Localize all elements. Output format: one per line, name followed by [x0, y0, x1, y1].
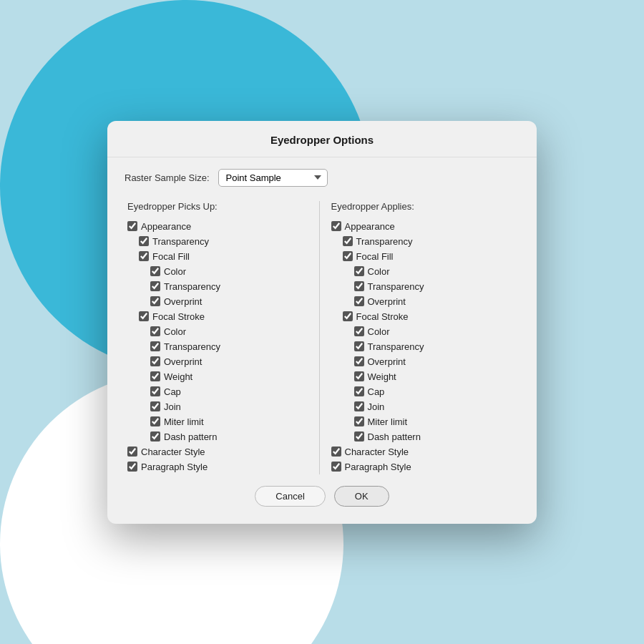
ap-ff-color-checkbox[interactable] — [354, 266, 364, 276]
pu-ff-transparency-checkbox[interactable] — [150, 281, 160, 291]
pu-appearance-item[interactable]: Appearance — [127, 219, 313, 234]
ap-char-style-checkbox[interactable] — [331, 447, 341, 457]
ap-focal-fill-checkbox[interactable] — [343, 251, 353, 261]
pu-fs-weight-checkbox[interactable] — [150, 371, 160, 381]
eyedropper-options-dialog: Eyedropper Options Raster Sample Size: P… — [107, 121, 537, 524]
ap-fs-cap-checkbox[interactable] — [354, 386, 364, 396]
ap-char-style-item[interactable]: Character Style — [331, 444, 517, 459]
ap-para-style-item[interactable]: Paragraph Style — [331, 459, 517, 474]
pu-transparency-item[interactable]: Transparency — [127, 234, 313, 249]
pu-ff-color-checkbox[interactable] — [150, 266, 160, 276]
ap-fs-miter-checkbox[interactable] — [354, 416, 364, 426]
pu-fs-cap-checkbox[interactable] — [150, 386, 160, 396]
pu-fs-transparency-item[interactable]: Transparency — [127, 339, 313, 354]
pu-fs-transparency-label: Transparency — [164, 341, 220, 352]
ap-fs-transparency-label: Transparency — [368, 341, 424, 352]
pu-transparency-label: Transparency — [152, 236, 209, 247]
ap-fs-transparency-checkbox[interactable] — [354, 341, 364, 351]
pu-fs-miter-checkbox[interactable] — [150, 416, 160, 426]
ap-fs-dash-label: Dash pattern — [368, 431, 421, 442]
pu-ff-transparency-item[interactable]: Transparency — [127, 279, 313, 294]
ap-appearance-item[interactable]: Appearance — [331, 219, 517, 234]
ap-fs-color-label: Color — [368, 326, 390, 337]
pu-fs-overprint-checkbox[interactable] — [150, 356, 160, 366]
ap-ff-color-item[interactable]: Color — [331, 264, 517, 279]
ap-fs-cap-item[interactable]: Cap — [331, 384, 517, 399]
ap-focal-fill-label: Focal Fill — [356, 251, 394, 262]
pu-char-style-item[interactable]: Character Style — [127, 444, 313, 459]
ap-focal-stroke-checkbox[interactable] — [343, 311, 353, 321]
raster-sample-row: Raster Sample Size: Point Sample 3 by 3 … — [125, 169, 519, 187]
columns-container: Eyedropper Picks Up: Appearance Transpar… — [125, 201, 519, 474]
ap-fs-color-item[interactable]: Color — [331, 324, 517, 339]
ap-focal-stroke-item[interactable]: Focal Stroke — [331, 309, 517, 324]
pu-fs-miter-label: Miter limit — [164, 416, 204, 427]
ap-fs-overprint-checkbox[interactable] — [354, 356, 364, 366]
pu-fs-overprint-label: Overprint — [164, 356, 202, 367]
pu-focal-stroke-item[interactable]: Focal Stroke — [127, 309, 313, 324]
ok-button[interactable]: OK — [334, 486, 389, 507]
pu-focal-stroke-label: Focal Stroke — [152, 311, 205, 322]
dialog-body: Raster Sample Size: Point Sample 3 by 3 … — [107, 169, 537, 474]
pu-ff-overprint-item[interactable]: Overprint — [127, 294, 313, 309]
pu-para-style-item[interactable]: Paragraph Style — [127, 459, 313, 474]
applies-column: Eyedropper Applies: Appearance Transpare… — [319, 201, 520, 474]
ap-fs-join-checkbox[interactable] — [354, 401, 364, 411]
pu-para-style-checkbox[interactable] — [127, 462, 137, 472]
ap-fs-overprint-item[interactable]: Overprint — [331, 354, 517, 369]
ap-focal-fill-item[interactable]: Focal Fill — [331, 249, 517, 264]
ap-ff-overprint-item[interactable]: Overprint — [331, 294, 517, 309]
applies-list: Appearance Transparency Focal Fill — [331, 219, 517, 474]
ap-transparency-label: Transparency — [356, 236, 413, 247]
ap-fs-join-label: Join — [368, 401, 385, 412]
pu-fs-join-checkbox[interactable] — [150, 401, 160, 411]
pu-fs-color-item[interactable]: Color — [127, 324, 313, 339]
pu-transparency-checkbox[interactable] — [139, 236, 149, 246]
ap-fs-color-checkbox[interactable] — [354, 326, 364, 336]
ap-fs-cap-label: Cap — [368, 386, 385, 397]
ap-transparency-item[interactable]: Transparency — [331, 234, 517, 249]
pu-fs-weight-item[interactable]: Weight — [127, 369, 313, 384]
ap-ff-overprint-checkbox[interactable] — [354, 296, 364, 306]
pu-fs-miter-item[interactable]: Miter limit — [127, 414, 313, 429]
cancel-button[interactable]: Cancel — [255, 486, 325, 507]
pu-fs-overprint-item[interactable]: Overprint — [127, 354, 313, 369]
pu-fs-join-item[interactable]: Join — [127, 399, 313, 414]
pu-fs-dash-checkbox[interactable] — [150, 431, 160, 441]
raster-sample-select[interactable]: Point Sample 3 by 3 Average 5 by 5 Avera… — [218, 169, 328, 187]
dialog-titlebar: Eyedropper Options — [107, 121, 537, 157]
picks-up-column: Eyedropper Picks Up: Appearance Transpar… — [125, 201, 316, 474]
ap-fs-miter-item[interactable]: Miter limit — [331, 414, 517, 429]
ap-appearance-checkbox[interactable] — [331, 221, 341, 231]
pu-appearance-checkbox[interactable] — [127, 221, 137, 231]
pu-focal-stroke-checkbox[interactable] — [139, 311, 149, 321]
ap-focal-stroke-label: Focal Stroke — [356, 311, 409, 322]
pu-fs-dash-item[interactable]: Dash pattern — [127, 429, 313, 444]
ap-fs-dash-item[interactable]: Dash pattern — [331, 429, 517, 444]
dialog-footer: Cancel OK — [107, 474, 537, 509]
ap-fs-weight-checkbox[interactable] — [354, 371, 364, 381]
ap-fs-weight-label: Weight — [368, 371, 396, 382]
pu-ff-overprint-label: Overprint — [164, 296, 202, 307]
pu-focal-fill-item[interactable]: Focal Fill — [127, 249, 313, 264]
ap-transparency-checkbox[interactable] — [343, 236, 353, 246]
ap-ff-transparency-checkbox[interactable] — [354, 281, 364, 291]
pu-fs-weight-label: Weight — [164, 371, 192, 382]
ap-ff-color-label: Color — [368, 266, 390, 277]
pu-ff-color-item[interactable]: Color — [127, 264, 313, 279]
pu-char-style-checkbox[interactable] — [127, 447, 137, 457]
ap-fs-dash-checkbox[interactable] — [354, 431, 364, 441]
ap-fs-overprint-label: Overprint — [368, 356, 406, 367]
pu-fs-color-checkbox[interactable] — [150, 326, 160, 336]
pu-fs-cap-item[interactable]: Cap — [127, 384, 313, 399]
pu-fs-transparency-checkbox[interactable] — [150, 341, 160, 351]
ap-fs-weight-item[interactable]: Weight — [331, 369, 517, 384]
applies-header: Eyedropper Applies: — [331, 201, 517, 212]
ap-fs-join-item[interactable]: Join — [331, 399, 517, 414]
ap-para-style-checkbox[interactable] — [331, 462, 341, 472]
pu-focal-fill-checkbox[interactable] — [139, 251, 149, 261]
ap-fs-miter-label: Miter limit — [368, 416, 408, 427]
pu-ff-overprint-checkbox[interactable] — [150, 296, 160, 306]
ap-ff-transparency-item[interactable]: Transparency — [331, 279, 517, 294]
ap-fs-transparency-item[interactable]: Transparency — [331, 339, 517, 354]
